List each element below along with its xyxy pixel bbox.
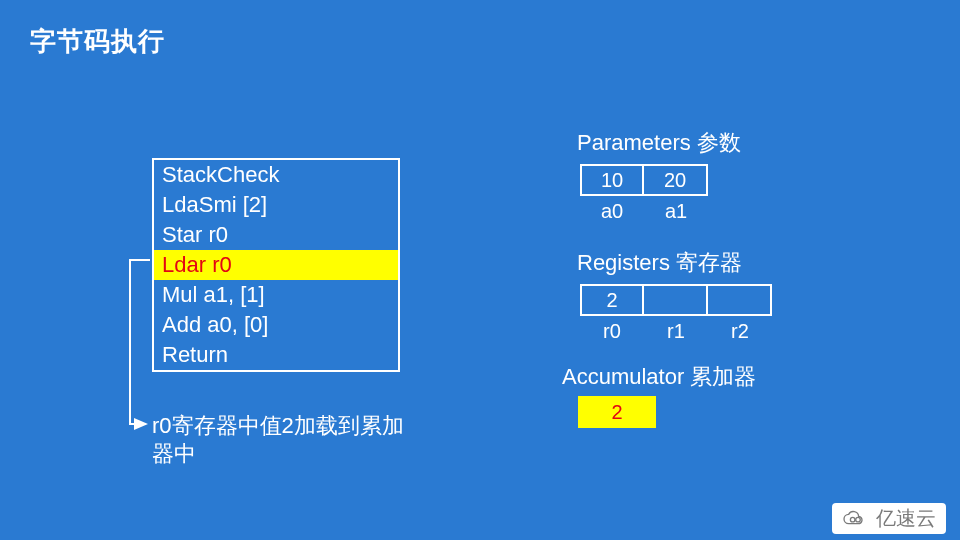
- bytecode-line-current: Ldar r0: [154, 250, 398, 280]
- svg-point-0: [850, 517, 855, 522]
- bytecode-line: StackCheck: [154, 160, 398, 190]
- register-name: r0: [580, 320, 644, 343]
- register-cell: [644, 284, 708, 316]
- watermark: 亿速云: [832, 503, 946, 534]
- param-cell: 20: [644, 164, 708, 196]
- parameters-names: a0 a1: [580, 200, 708, 223]
- registers-cells: 2: [580, 284, 772, 316]
- bytecode-line: Return: [154, 340, 398, 370]
- page-title: 字节码执行: [30, 24, 165, 59]
- accumulator-label: Accumulator 累加器: [562, 362, 756, 392]
- parameters-label: Parameters 参数: [577, 128, 741, 158]
- parameters-cells: 10 20: [580, 164, 708, 196]
- registers-label: Registers 寄存器: [577, 248, 742, 278]
- param-name: a1: [644, 200, 708, 223]
- param-name: a0: [580, 200, 644, 223]
- bytecode-line: Mul a1, [1]: [154, 280, 398, 310]
- bytecode-line: Star r0: [154, 220, 398, 250]
- bytecode-line: Add a0, [0]: [154, 310, 398, 340]
- register-name: r1: [644, 320, 708, 343]
- register-name: r2: [708, 320, 772, 343]
- watermark-text: 亿速云: [876, 505, 936, 532]
- register-cell: [708, 284, 772, 316]
- bytecode-line: LdaSmi [2]: [154, 190, 398, 220]
- step-caption: r0寄存器中值2加载到累加器中: [152, 412, 412, 468]
- registers-names: r0 r1 r2: [580, 320, 772, 343]
- register-cell: 2: [580, 284, 644, 316]
- param-cell: 10: [580, 164, 644, 196]
- bytecode-box: StackCheck LdaSmi [2] Star r0 Ldar r0 Mu…: [152, 158, 400, 372]
- svg-point-1: [856, 517, 861, 522]
- accumulator-value: 2: [578, 396, 656, 428]
- cloud-icon: [838, 509, 870, 529]
